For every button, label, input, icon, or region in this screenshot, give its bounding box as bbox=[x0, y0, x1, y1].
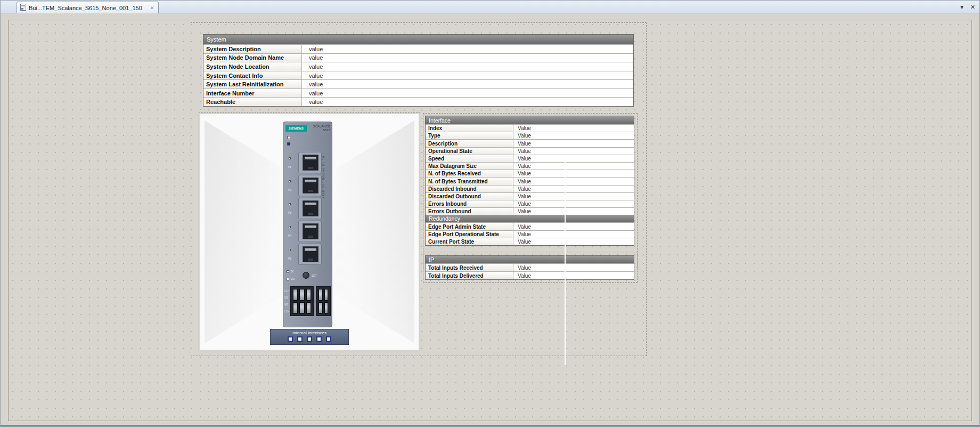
dropdown-icon[interactable]: ▾ bbox=[960, 3, 963, 11]
tab-close-icon[interactable]: ✕ bbox=[150, 5, 154, 11]
row-value: Value bbox=[513, 264, 634, 271]
ip-table[interactable]: IP Total Inputs Received Value Total Inp… bbox=[425, 255, 634, 280]
row-label: System Description bbox=[203, 45, 302, 53]
table-row: Type Value bbox=[426, 132, 634, 139]
table-row: Edge Port Operational State Value bbox=[426, 230, 634, 238]
internal-interface-indicator[interactable] bbox=[307, 336, 312, 342]
row-value: Value bbox=[513, 272, 634, 279]
internal-interface-indicator[interactable] bbox=[326, 336, 331, 342]
interface-table[interactable]: Interface Index Value Type Value Descrip… bbox=[425, 116, 634, 246]
terminal-label: M1 bbox=[284, 294, 289, 301]
status-led-fault bbox=[287, 136, 290, 139]
row-label: System Node Location bbox=[203, 62, 302, 71]
digital-output-led: DO bbox=[287, 277, 295, 280]
device-image-panel[interactable]: SIEMENS SCALANCE S615 P1 P2 bbox=[200, 114, 419, 350]
port-label: P2 bbox=[287, 180, 293, 193]
row-value: Value bbox=[513, 170, 634, 177]
editor-area: System System Description value System N… bbox=[3, 13, 977, 422]
model-line1: SCALANCE bbox=[313, 125, 330, 128]
table-row: Interface Number value bbox=[203, 88, 633, 98]
internal-interfaces-label: Internal Interfaces bbox=[271, 331, 348, 335]
internal-interface-indicator[interactable] bbox=[288, 336, 293, 342]
row-value: Value bbox=[513, 132, 634, 139]
port-plate bbox=[298, 175, 322, 196]
row-value: Value bbox=[513, 193, 634, 200]
internal-interface-indicator[interactable] bbox=[316, 336, 322, 342]
terminal-screw bbox=[318, 289, 323, 301]
table-row: Errors Inbound Value bbox=[426, 200, 634, 207]
terminal-label: M2 bbox=[284, 301, 289, 308]
row-value: Value bbox=[513, 238, 634, 245]
terminal-block bbox=[316, 286, 331, 316]
row-label: Reachable bbox=[203, 98, 302, 106]
internal-interface-indicator[interactable] bbox=[297, 336, 303, 342]
row-label: Current Port State bbox=[426, 238, 513, 245]
row-label: Description bbox=[426, 140, 513, 147]
row-value: Value bbox=[513, 208, 634, 215]
bottom-accent-line bbox=[1, 425, 979, 426]
terminal-label: L2+ bbox=[284, 308, 289, 315]
table-row: Speed Value bbox=[426, 155, 634, 162]
terminal-screw bbox=[293, 302, 298, 314]
row-value: Value bbox=[513, 178, 634, 184]
system-table-header: System bbox=[203, 35, 633, 44]
port-led bbox=[289, 226, 291, 228]
port-module: P1 bbox=[294, 152, 322, 173]
table-row: Total Inputs Delivered Value bbox=[426, 271, 634, 279]
row-value: Value bbox=[513, 140, 634, 147]
row-label: Total Inputs Received bbox=[426, 264, 513, 271]
port-plate bbox=[298, 152, 322, 173]
row-label: N. of Bytes Received bbox=[426, 170, 513, 177]
table-row: Total Inputs Received Value bbox=[426, 263, 634, 271]
port-module: P5 bbox=[294, 244, 322, 265]
row-label: System Contact Info bbox=[203, 71, 302, 80]
row-value: Value bbox=[513, 163, 634, 170]
port-led bbox=[289, 249, 291, 251]
set-button-label: SET bbox=[312, 274, 317, 277]
row-label: Index bbox=[426, 125, 513, 132]
design-canvas[interactable]: System System Description value System N… bbox=[8, 20, 972, 421]
table-row: N. of Bytes Transmitted Value bbox=[426, 177, 634, 184]
row-label: Max Datagram Size bbox=[426, 163, 513, 170]
table-row: Discarded Inbound Value bbox=[426, 185, 634, 192]
siemens-logo: SIEMENS bbox=[285, 125, 307, 132]
row-value: value bbox=[302, 89, 633, 98]
row-label: N. of Bytes Transmitted bbox=[426, 178, 513, 184]
port-module: P3 bbox=[294, 198, 322, 219]
faceplate-editor-window: Bui...TEM_Scalance_S615_None_001_150 ✕ ▾… bbox=[0, 0, 980, 427]
terminal-label: L1+ bbox=[284, 287, 289, 294]
system-table[interactable]: System System Description value System N… bbox=[203, 34, 634, 107]
table-row: System Node Domain Name value bbox=[203, 53, 633, 62]
port-plate bbox=[298, 244, 322, 265]
interface-table-header: Interface bbox=[426, 116, 634, 124]
table-row: Index Value bbox=[426, 124, 634, 132]
terminal-screw bbox=[299, 302, 304, 314]
terminal-labels: L1+ M1 M2 L2+ bbox=[284, 287, 289, 315]
terminal-screw bbox=[299, 289, 304, 301]
terminal-screw bbox=[324, 289, 329, 301]
row-value: Value bbox=[513, 200, 634, 207]
port-label: P3 bbox=[287, 203, 293, 216]
terminal-screw bbox=[318, 302, 323, 314]
port-label: P5 bbox=[287, 249, 293, 262]
port-led bbox=[289, 203, 291, 205]
row-label: Discarded Outbound bbox=[426, 193, 513, 200]
close-icon[interactable]: ✕ bbox=[970, 3, 975, 11]
row-value: Value bbox=[513, 155, 634, 162]
rj45-jack bbox=[303, 246, 318, 262]
row-label: Type bbox=[426, 132, 513, 139]
tab-faceplate[interactable]: Bui...TEM_Scalance_S615_None_001_150 ✕ bbox=[17, 2, 159, 13]
led-square bbox=[287, 270, 289, 273]
terminal-block bbox=[290, 286, 314, 316]
table-row: Edge Port Admin State Value bbox=[426, 222, 634, 230]
document-icon bbox=[20, 3, 26, 13]
row-label: Total Inputs Delivered bbox=[426, 272, 513, 279]
port-plate bbox=[298, 198, 322, 219]
tab-title: Bui...TEM_Scalance_S615_None_001_150 bbox=[29, 5, 142, 11]
row-label: Speed bbox=[426, 155, 513, 162]
terminal-screw bbox=[306, 302, 311, 314]
port-module: P2 bbox=[294, 175, 322, 196]
table-row: System Last Reinitialization value bbox=[203, 79, 633, 88]
terminal-screw bbox=[324, 302, 329, 314]
internal-interface-indicators bbox=[271, 336, 348, 342]
